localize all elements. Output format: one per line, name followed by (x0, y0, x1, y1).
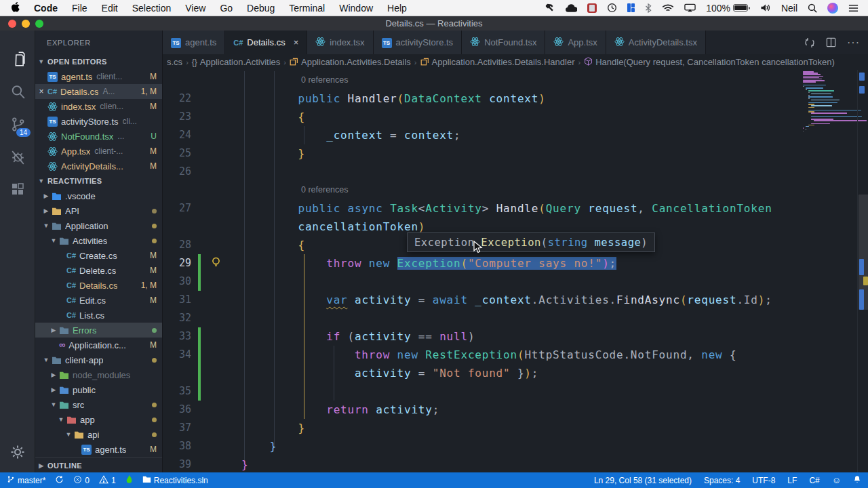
volume-icon[interactable] (760, 3, 771, 12)
open-editor-item[interactable]: ×C#Details.csA...1, M (35, 84, 162, 99)
close-editor-icon[interactable]: × (35, 87, 47, 96)
extensions-icon[interactable] (0, 173, 35, 205)
tree-item-agent-ts[interactable]: TSagent.tsM (35, 442, 162, 457)
status-c#[interactable]: C# (809, 472, 819, 488)
status-spaces-4[interactable]: Spaces: 4 (704, 472, 740, 488)
explorer-icon[interactable] (0, 43, 35, 75)
tree-item-client-app[interactable]: ▼client-app (35, 352, 162, 367)
tree-item-application[interactable]: ▼Application (35, 218, 162, 233)
status-branch[interactable]: master* (7, 472, 45, 488)
code-editor[interactable]: 0 references22 public Handler(DataContex… (163, 70, 868, 472)
settings-gear-icon[interactable] (0, 436, 35, 468)
codelens-references-link[interactable]: 0 references (301, 71, 348, 89)
debug-icon[interactable] (0, 140, 35, 173)
outline-header[interactable]: ▶ OUTLINE (35, 458, 163, 472)
parallels-icon[interactable] (627, 3, 635, 12)
code-line[interactable]: 29 throw new Exception("Computer says no… (163, 254, 803, 272)
menu-item-view[interactable]: View (185, 3, 205, 14)
status-error[interactable]: 0 (73, 472, 90, 488)
code-line[interactable]: 25 } (163, 144, 803, 163)
open-editor-item[interactable]: NotFound.tsx...U (35, 129, 162, 144)
breadcrumb-item[interactable]: {}Application.Activities (192, 57, 281, 67)
status-bell[interactable] (853, 472, 861, 488)
spotlight-search-icon[interactable] (808, 3, 817, 13)
tree-item-application-c-[interactable]: ∞Application.c...M (35, 338, 162, 352)
code-line[interactable]: 39} (163, 455, 803, 472)
battery-indicator[interactable]: 100% (706, 3, 750, 14)
time-machine-icon[interactable] (607, 3, 617, 13)
tree-item-list-cs[interactable]: C#List.cs (35, 308, 162, 323)
open-editor-item[interactable]: ActivityDetails...M (35, 159, 162, 174)
tab-details.cs[interactable]: C#Details.cs× (225, 30, 307, 54)
siri-icon[interactable] (827, 3, 838, 14)
code-line[interactable]: 31 var activity = await _context.Activit… (163, 291, 803, 309)
airplay-icon[interactable] (684, 3, 696, 12)
tree-item-details-cs[interactable]: C#Details.cs1, M (35, 278, 162, 293)
codelens-references-link[interactable]: 0 references (301, 181, 348, 199)
tree-item-node-modules[interactable]: ▶node_modules (35, 367, 162, 382)
code-line[interactable]: 35 (163, 382, 803, 401)
film-icon[interactable] (587, 3, 597, 13)
tree-item-delete-cs[interactable]: C#Delete.csM (35, 263, 162, 278)
open-editor-item[interactable]: index.tsxclien...M (35, 99, 162, 114)
open-changes-icon[interactable] (804, 37, 815, 48)
menu-item-window[interactable]: Window (339, 3, 373, 14)
code-line[interactable]: 34 throw new RestException(HttpStatusCod… (163, 346, 803, 364)
window-titlebar[interactable]: Details.cs — Reactivities (0, 16, 868, 30)
open-editor-item[interactable]: App.tsxclient-...M (35, 144, 162, 159)
lightbulb-icon[interactable] (212, 257, 220, 271)
split-editor-icon[interactable] (826, 37, 836, 47)
status-sync[interactable] (55, 472, 64, 488)
code-line[interactable]: 22 public Handler(DataContext context) (163, 89, 803, 108)
breadcrumb-item[interactable]: Application.Activities.Details.Handler (420, 57, 575, 68)
overview-ruler[interactable] (857, 70, 868, 472)
menu-item-terminal[interactable]: Terminal (289, 3, 325, 14)
breadcrumb-item[interactable]: Application.Activities.Details (290, 57, 411, 68)
code-line[interactable]: 38 } (163, 437, 803, 455)
tool-icon[interactable] (545, 3, 555, 13)
minimap[interactable] (803, 70, 857, 472)
code-line[interactable]: 23 { (163, 108, 803, 126)
tab-activitydetails.tsx[interactable]: ActivityDetails.tsx (606, 30, 706, 54)
tree-item-create-cs[interactable]: C#Create.csM (35, 248, 162, 263)
tree-item-api[interactable]: ▼api (35, 427, 162, 442)
tree-item-app[interactable]: ▼app (35, 412, 162, 427)
code-line[interactable]: 27 public async Task<Activity> Handle(Qu… (163, 199, 803, 218)
maximize-window-button[interactable] (35, 20, 43, 28)
close-tab-icon[interactable]: × (294, 37, 299, 47)
breadcrumb-item[interactable]: s.cs (167, 57, 182, 67)
status-warning[interactable]: 1 (99, 472, 116, 488)
status-utf-8[interactable]: UTF-8 (752, 472, 775, 488)
status-flame[interactable] (125, 472, 133, 488)
notification-center-icon[interactable] (848, 4, 859, 12)
code-line[interactable]: 24 _context = context; (163, 126, 803, 144)
menu-item-selection[interactable]: Selection (132, 3, 172, 14)
user-name[interactable]: Neil (781, 3, 797, 14)
menu-item-code[interactable]: Code (34, 3, 58, 14)
code-line[interactable]: 37 } (163, 419, 803, 437)
tab-app.tsx[interactable]: App.tsx (545, 30, 606, 54)
code-line[interactable]: 33 if (activity == null) (163, 327, 803, 346)
source-control-icon[interactable]: 14 (0, 108, 35, 140)
menu-item-file[interactable]: File (72, 3, 87, 14)
close-window-button[interactable] (8, 20, 16, 28)
tab-notfound.tsx[interactable]: NotFound.tsx (462, 30, 545, 54)
status-smiley[interactable]: ☺ (832, 472, 841, 488)
tab-index.tsx[interactable]: index.tsx (307, 30, 373, 54)
status-ln-29-col-58-31-selected-[interactable]: Ln 29, Col 58 (31 selected) (594, 472, 692, 488)
status-folder[interactable]: Reactivities.sln (142, 472, 208, 488)
menu-item-help[interactable]: Help (387, 3, 407, 14)
more-actions-icon[interactable]: ··· (847, 37, 860, 49)
menu-item-edit[interactable]: Edit (102, 3, 118, 14)
status-lf[interactable]: LF (787, 472, 797, 488)
open-editor-item[interactable]: TSactivityStore.tscli... (35, 114, 162, 129)
cloud-icon[interactable] (565, 4, 577, 12)
tree-item-activities[interactable]: ▼Activities (35, 233, 162, 248)
project-section-header[interactable]: ▼ REACTIVITIES (35, 174, 162, 188)
open-editors-header[interactable]: ▼ OPEN EDITORS (35, 54, 162, 69)
code-line[interactable]: 30 (163, 272, 803, 291)
tree-item-edit-cs[interactable]: C#Edit.csM (35, 293, 162, 308)
minimize-window-button[interactable] (22, 20, 30, 28)
code-line[interactable]: 36 return activity; (163, 401, 803, 419)
code-line[interactable]: activity = "Not found" }); (163, 364, 803, 382)
